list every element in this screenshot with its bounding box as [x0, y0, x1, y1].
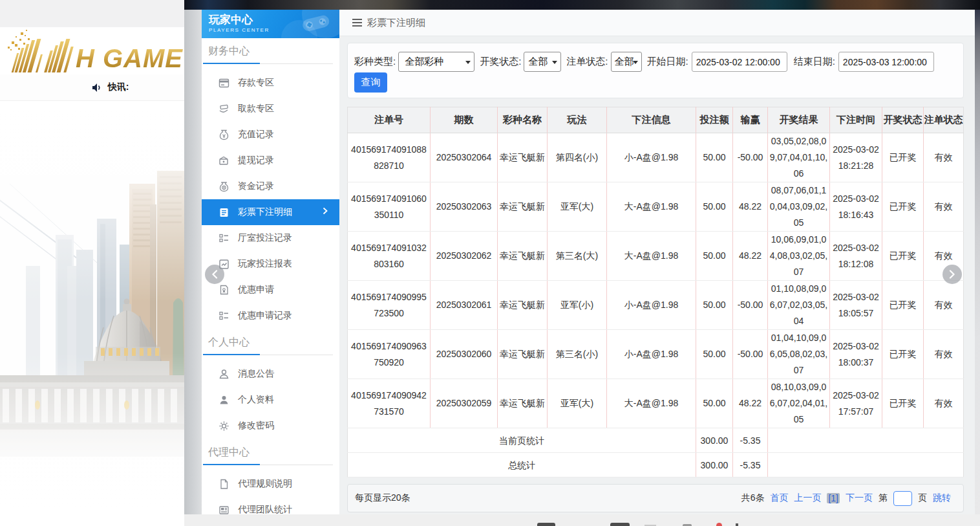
- table-cell: 48.22: [733, 182, 768, 232]
- next-page-link[interactable]: 下一页: [846, 492, 873, 504]
- draw-status-value: 全部: [528, 56, 548, 68]
- sidebar-item-notice[interactable]: 消息公告: [202, 361, 339, 387]
- sidebar-item-deposit[interactable]: 存款专区: [202, 70, 339, 96]
- summary-empty: [768, 428, 964, 453]
- table-cell: 幸运飞艇新: [498, 281, 548, 330]
- sidebar-item-label: 修改密码: [238, 420, 274, 432]
- logo-dot: [18, 48, 20, 50]
- table-cell: 已开奖: [882, 281, 924, 330]
- table-cell: -50.00: [733, 330, 768, 379]
- table-cell: 401569174090995723500: [348, 281, 431, 330]
- lottery-type-label: 彩种类型:: [354, 56, 396, 68]
- sidebar-item-funds[interactable]: 资金记录: [202, 173, 339, 199]
- section-underline: [202, 464, 333, 465]
- main-topbar: 彩票下注明细: [339, 10, 975, 36]
- search-button[interactable]: 查询: [354, 72, 387, 93]
- burger-bar: [352, 19, 362, 20]
- sidebar-item-icon: [218, 311, 229, 322]
- table-cell: 小-A盘@1.98: [607, 281, 696, 330]
- sidebar-item-withdraw[interactable]: 取款专区: [202, 96, 339, 122]
- footer-peek-icon: [610, 523, 630, 526]
- background-site: H GAME 快讯:: [0, 0, 184, 526]
- logo-dot: [10, 49, 12, 50]
- notification-dot: [716, 523, 722, 526]
- sidebar-item-hall-record[interactable]: 厅室投注记录: [202, 225, 339, 251]
- sidebar-item-promo[interactable]: 优惠申请: [202, 277, 339, 303]
- sidebar-item-promo-record[interactable]: 优惠申请记录: [202, 303, 339, 329]
- table-cell: 第三名(大): [548, 232, 607, 281]
- total-count-text: 共6条: [741, 492, 765, 504]
- summary-win-loss: -5.35: [733, 428, 768, 453]
- column-header: 开奖状态: [882, 107, 924, 133]
- promo-record-icon: [218, 311, 229, 322]
- table-cell: 亚军(小): [548, 281, 607, 330]
- underline-accent: [203, 464, 260, 465]
- table-cell: 401569174091088828710: [348, 133, 431, 182]
- sidebar-item-label: 提现记录: [238, 155, 274, 166]
- logo-bars-mark: [14, 39, 72, 72]
- summary-bet-total: 300.00: [696, 428, 733, 453]
- marquee-label: 快讯:: [108, 82, 129, 93]
- sidebar-item-agent-team[interactable]: 代理团队统计: [202, 497, 339, 514]
- table-row: 40156917409094273157020250302059幸运飞艇新亚军(…: [348, 379, 964, 428]
- underline-accent: [203, 354, 260, 355]
- sidebar-item-label: 资金记录: [238, 181, 274, 192]
- order-status-select[interactable]: 全部: [611, 52, 642, 72]
- table-cell: 有效: [924, 379, 964, 428]
- menu-toggle-icon[interactable]: [352, 19, 362, 27]
- table-cell: 2025-03-02 18:00:37: [830, 330, 882, 379]
- sidebar-item-bet-detail[interactable]: 彩票下注明细: [202, 199, 339, 225]
- table-row: 40156917409108882871020250302064幸运飞艇新第四名…: [348, 133, 964, 182]
- table-cell: 幸运飞艇新: [498, 133, 548, 182]
- lottery-type-value: 全部彩种: [405, 56, 443, 68]
- prev-page-link[interactable]: 上一页: [794, 492, 821, 504]
- sidebar-section-items: 消息公告个人资料修改密码: [202, 358, 339, 439]
- sidebar-item-password[interactable]: 修改密码: [202, 413, 339, 439]
- table-cell: 2025-03-02 18:05:57: [830, 281, 882, 330]
- logo-dot: [8, 47, 10, 49]
- news-marquee-bar: 快讯:: [0, 74, 184, 101]
- jump-action-link[interactable]: 跳转: [933, 492, 951, 504]
- logo-dot: [12, 41, 14, 44]
- table-cell: 亚军(大): [548, 182, 607, 232]
- panel-next-arrow[interactable]: [943, 265, 962, 284]
- panel-prev-arrow[interactable]: [205, 265, 224, 284]
- logo-dot: [16, 36, 17, 38]
- speaker-icon: [92, 83, 103, 93]
- start-date-label: 开始日期:: [647, 56, 688, 68]
- table-cell: 401569174090942731570: [348, 379, 431, 428]
- logo-dot: [28, 38, 30, 40]
- sidebar-item-label: 存款专区: [238, 77, 274, 89]
- table-cell: 第三名(小): [548, 330, 607, 379]
- order-status-label: 注单状态:: [566, 56, 608, 68]
- sidebar-item-icon: [218, 104, 229, 115]
- notice-icon: [218, 369, 229, 380]
- draw-status-select[interactable]: 全部: [524, 52, 561, 72]
- first-page-link[interactable]: 首页: [770, 492, 788, 504]
- sidebar-item-agent-rule[interactable]: 代理规则说明: [202, 471, 339, 497]
- draw-status-label: 开奖状态:: [480, 56, 521, 68]
- logo-dot: [21, 32, 23, 35]
- sidebar-item-icon: [218, 395, 229, 406]
- logo-dots: [6, 30, 32, 52]
- sidebar-item-label: 代理团队统计: [238, 504, 292, 514]
- pagination-controls: 共6条 首页 上一页 [1] 下一页 第 页 跳转: [741, 491, 951, 506]
- chevron-right-icon: [323, 207, 328, 215]
- table-cell: 03,05,02,08,09,07,04,01,10,06: [768, 133, 830, 182]
- column-header: 注单状态: [924, 107, 964, 133]
- start-date-input[interactable]: [692, 52, 787, 72]
- select-arrow-icon: [552, 61, 557, 64]
- table-cell: 01,10,08,09,06,07,02,03,05,04: [768, 281, 830, 330]
- table-cell: 已开奖: [882, 182, 924, 232]
- jump-page-input[interactable]: [893, 491, 912, 506]
- burger-bar: [352, 25, 362, 27]
- lottery-type-select[interactable]: 全部彩种: [398, 52, 474, 72]
- sidebar-item-cashout[interactable]: 提现记录: [202, 148, 339, 173]
- logo-dot: [26, 30, 27, 31]
- end-date-input[interactable]: [838, 52, 934, 72]
- table-cell: -50.00: [733, 281, 768, 330]
- sidebar-item-profile[interactable]: 个人资料: [202, 387, 339, 413]
- sidebar-item-icon: [218, 369, 229, 380]
- recharge-icon: [218, 129, 229, 140]
- sidebar-item-recharge[interactable]: 充值记录: [202, 122, 339, 148]
